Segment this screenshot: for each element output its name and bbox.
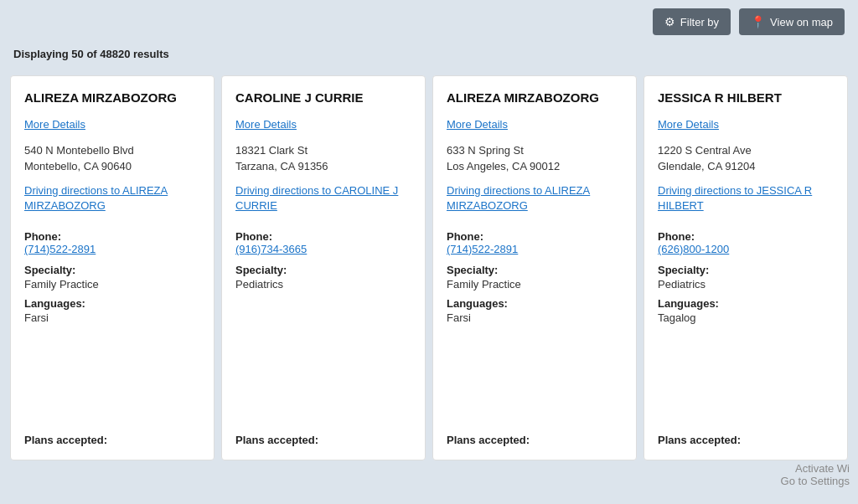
phone-link[interactable]: (714)522-2891 bbox=[24, 243, 200, 255]
address-line2: Glendale, CA 91204 bbox=[658, 158, 834, 175]
languages-label: Languages: bbox=[658, 297, 834, 310]
cards-container: ALIREZA MIRZABOZORG More Details 540 N M… bbox=[0, 69, 858, 460]
results-bar: Displaying 50 of 48820 results bbox=[0, 44, 858, 69]
map-pin-icon: 📍 bbox=[751, 15, 765, 28]
address: 540 N Montebello Blvd Montebello, CA 906… bbox=[24, 142, 200, 175]
specialty-label: Specialty: bbox=[658, 264, 834, 276]
provider-name: JESSICA R HILBERT bbox=[658, 90, 834, 106]
provider-card-2: CAROLINE J CURRIE More Details 18321 Cla… bbox=[221, 75, 426, 460]
driving-directions-link[interactable]: Driving directions to JESSICA R HILBERT bbox=[658, 183, 834, 213]
phone-label: Phone: bbox=[447, 230, 623, 243]
address: 18321 Clark St Tarzana, CA 91356 bbox=[235, 142, 411, 175]
address-line1: 1220 S Central Ave bbox=[658, 142, 834, 159]
address: 1220 S Central Ave Glendale, CA 91204 bbox=[658, 142, 834, 175]
specialty-label: Specialty: bbox=[447, 264, 623, 276]
phone-link[interactable]: (714)522-2891 bbox=[447, 243, 623, 255]
plans-accepted-label: Plans accepted: bbox=[447, 420, 623, 446]
languages-label: Languages: bbox=[24, 297, 200, 310]
provider-card-4: JESSICA R HILBERT More Details 1220 S Ce… bbox=[644, 75, 848, 460]
more-details-link[interactable]: More Details bbox=[447, 118, 623, 131]
address-line1: 633 N Spring St bbox=[447, 142, 623, 159]
specialty-value: Family Practice bbox=[447, 278, 623, 291]
specialty-value: Pediatrics bbox=[658, 278, 834, 291]
address-line2: Tarzana, CA 91356 bbox=[235, 158, 411, 175]
provider-card-1: ALIREZA MIRZABOZORG More Details 540 N M… bbox=[10, 75, 214, 460]
phone-link[interactable]: (916)734-3665 bbox=[235, 243, 411, 255]
specialty-value: Pediatrics bbox=[235, 278, 411, 291]
address-line2: Montebello, CA 90640 bbox=[24, 158, 200, 175]
driving-directions-link[interactable]: Driving directions to ALIREZA MIRZABOZOR… bbox=[24, 183, 200, 213]
provider-name: ALIREZA MIRZABOZORG bbox=[24, 90, 200, 106]
more-details-link[interactable]: More Details bbox=[235, 118, 411, 131]
top-bar: ⚙ Filter by 📍 View on map bbox=[0, 0, 858, 44]
phone-label: Phone: bbox=[658, 230, 834, 243]
more-details-link[interactable]: More Details bbox=[658, 118, 834, 131]
provider-name: CAROLINE J CURRIE bbox=[235, 90, 411, 106]
filter-icon: ⚙ bbox=[664, 15, 675, 28]
address-line1: 540 N Montebello Blvd bbox=[24, 142, 200, 159]
specialty-label: Specialty: bbox=[24, 264, 200, 276]
results-count: Displaying 50 of 48820 results bbox=[13, 48, 169, 60]
filter-button[interactable]: ⚙ Filter by bbox=[653, 8, 731, 35]
plans-accepted-label: Plans accepted: bbox=[24, 420, 200, 446]
languages-value: Tagalog bbox=[658, 311, 834, 324]
address: 633 N Spring St Los Angeles, CA 90012 bbox=[447, 142, 623, 175]
driving-directions-link[interactable]: Driving directions to CAROLINE J CURRIE bbox=[235, 183, 411, 213]
phone-link[interactable]: (626)800-1200 bbox=[658, 243, 834, 255]
languages-value: Farsi bbox=[24, 311, 200, 324]
plans-accepted-label: Plans accepted: bbox=[658, 420, 834, 446]
address-line1: 18321 Clark St bbox=[235, 142, 411, 159]
driving-directions-link[interactable]: Driving directions to ALIREZA MIRZABOZOR… bbox=[447, 183, 623, 213]
address-line2: Los Angeles, CA 90012 bbox=[447, 158, 623, 175]
plans-accepted-label: Plans accepted: bbox=[235, 420, 411, 446]
filter-btn-label: Filter by bbox=[680, 16, 719, 28]
provider-name: ALIREZA MIRZABOZORG bbox=[447, 90, 623, 106]
phone-label: Phone: bbox=[235, 230, 411, 243]
map-btn-label: View on map bbox=[770, 16, 833, 28]
phone-label: Phone: bbox=[24, 230, 200, 243]
languages-value: Farsi bbox=[447, 311, 623, 324]
provider-card-3: ALIREZA MIRZABOZORG More Details 633 N S… bbox=[432, 75, 637, 460]
languages-label: Languages: bbox=[447, 297, 623, 310]
specialty-value: Family Practice bbox=[24, 278, 200, 291]
view-on-map-button[interactable]: 📍 View on map bbox=[739, 8, 845, 35]
more-details-link[interactable]: More Details bbox=[24, 118, 200, 131]
specialty-label: Specialty: bbox=[235, 264, 411, 276]
